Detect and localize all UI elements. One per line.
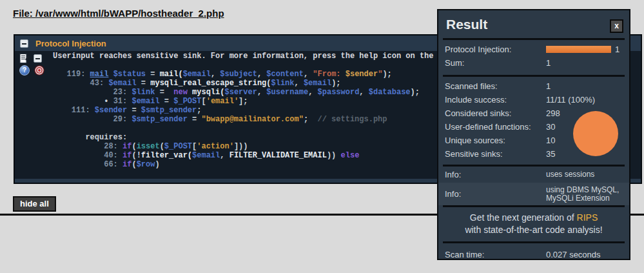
code-segment: "From: <box>313 70 345 79</box>
promo-banner: Get the next generation of RIPS with sta… <box>438 207 629 241</box>
code-segment: $_POST <box>173 97 201 106</box>
code-segment: ); <box>411 88 420 97</box>
code-line: 29: $smtp_sender = "bwapp@mailinator.com… <box>53 115 485 124</box>
code-segment: $subject <box>220 70 257 79</box>
stats-row-label: Sensitive sinks: <box>445 149 546 159</box>
code-segment: 66: <box>53 160 122 169</box>
code-segment: )) <box>327 151 336 160</box>
code-trace: Userinput reaches sensitive sink. For mo… <box>53 52 485 169</box>
code-segment: 'email' <box>206 97 239 106</box>
scan-time-label: Scan time: <box>445 250 546 259</box>
summary-row: Sum:1 <box>438 56 629 70</box>
stats-row-label: Scanned files: <box>445 81 546 91</box>
code-segment: mail( <box>160 70 183 79</box>
code-segment: mysqli_real_escape_string( <box>150 79 271 88</box>
code-segment: $smtp_sender <box>141 106 197 115</box>
summary-row-value: 1 <box>546 45 623 54</box>
stats-row-label: Unique sources: <box>445 136 546 145</box>
close-icon[interactable]: x <box>610 19 623 33</box>
info-row-label: Info: <box>445 170 546 179</box>
summary-row: Protocol Injection:1 <box>438 43 629 56</box>
file-path-heading: File: /var/www/html/bWAPP/hostheader_2.p… <box>13 8 224 19</box>
code-segment: ); <box>331 79 340 88</box>
code-function-link[interactable]: mail <box>90 70 109 79</box>
collapse-panel-icon[interactable] <box>20 39 28 48</box>
code-line: • 31: $email = $_POST['email']; <box>53 97 485 106</box>
code-segment: = <box>127 106 141 115</box>
help-icon[interactable]: ? <box>19 65 30 76</box>
stats-row-value: 11/11 (100%) <box>546 95 623 105</box>
info-row: Info:uses sessions <box>438 167 629 183</box>
code-segment: $sender <box>95 106 127 115</box>
summary-row-label: Protocol Injection: <box>445 45 546 54</box>
code-segment: ; <box>197 106 201 115</box>
code-segment: 43: <box>53 79 108 88</box>
code-line: 66: if($row) <box>53 160 485 169</box>
code-line: 23: $link = new mysqli($server, $usernam… <box>53 88 485 97</box>
summary-section: Protocol Injection:1Sum:1 <box>438 43 629 70</box>
code-line <box>53 61 485 70</box>
code-segment: FILTER_VALIDATE_EMAIL <box>229 151 327 160</box>
trace-icon-column: ? <box>19 54 48 77</box>
info-row-value: uses sessions <box>546 170 623 179</box>
review-code-icon[interactable] <box>19 54 29 63</box>
code-line: 43: $email = mysqli_real_escape_string($… <box>53 79 485 88</box>
code-segment: isset <box>137 142 160 151</box>
info-row: Info:using DBMS MySQL, MySQLi Extension <box>438 183 629 205</box>
code-segment: // settings.php <box>308 115 387 124</box>
code-line <box>53 124 485 133</box>
code-segment: = <box>155 88 173 97</box>
info-section: Info:uses sessionsInfo:using DBMS MySQL,… <box>438 167 629 205</box>
code-segment: , <box>220 151 229 160</box>
code-segment: ]; <box>239 97 248 106</box>
code-segment <box>188 88 192 97</box>
summary-row-value: 1 <box>546 58 623 68</box>
code-segment: , <box>257 88 266 97</box>
code-segment: $sender <box>346 70 378 79</box>
code-segment: 119: <box>53 70 90 79</box>
vulnerability-pie-chart <box>573 111 618 156</box>
code-segment: ; <box>304 115 308 124</box>
code-segment: 40: <box>53 151 122 160</box>
code-segment: , <box>359 88 368 97</box>
hide-all-button[interactable]: hide all <box>13 196 56 212</box>
divider <box>443 38 625 40</box>
code-segment: ) <box>155 160 159 169</box>
code-segment: 23: <box>53 88 132 97</box>
collapse-trace-icon[interactable] <box>34 54 42 63</box>
code-segment: if <box>122 151 132 160</box>
code-segment: 31: <box>113 97 132 106</box>
code-line: Userinput reaches sensitive sink. For mo… <box>53 52 485 61</box>
code-segment: $smtp_sender <box>132 115 187 124</box>
code-segment: mysqli( <box>192 88 224 97</box>
code-segment: if <box>122 142 132 151</box>
code-segment: = <box>137 79 151 88</box>
stats-row: Scanned files:1 <box>438 79 629 93</box>
stats-row: Include success:11/11 (100%) <box>438 93 629 106</box>
stats-row-label: Include success: <box>445 95 546 105</box>
code-segment: $status <box>113 70 146 79</box>
code-segment: $email <box>304 79 331 88</box>
code-segment: ); <box>382 70 391 79</box>
exploit-target-icon[interactable] <box>34 65 44 76</box>
info-row-value: using DBMS MySQL, MySQLi Extension <box>546 186 623 203</box>
code-segment: ( <box>132 160 136 169</box>
rips-scan-page: File: /var/www/html/bWAPP/hostheader_2.p… <box>0 0 644 273</box>
code-segment: $email <box>108 79 136 88</box>
promo-text: Get the next generation of <box>470 212 577 223</box>
code-segment: $database <box>369 88 411 97</box>
code-segment: , <box>211 70 220 79</box>
scan-time-row: Scan time: 0.027 seconds <box>438 243 629 261</box>
code-segment: $email <box>192 151 220 160</box>
code-segment: 28: <box>53 142 122 151</box>
code-line: 111: $sender = $smtp_sender; <box>53 106 485 115</box>
code-segment: 'action' <box>197 142 234 151</box>
code-segment: $link <box>132 88 155 97</box>
code-segment: = <box>160 97 174 106</box>
code-segment: 29: <box>53 115 132 124</box>
scan-time-value: 0.027 seconds <box>546 250 623 259</box>
severity-bar <box>546 46 611 53</box>
code-segment: , <box>308 88 317 97</box>
code-segment: $password <box>318 88 360 97</box>
rips-link[interactable]: RIPS <box>577 212 598 223</box>
